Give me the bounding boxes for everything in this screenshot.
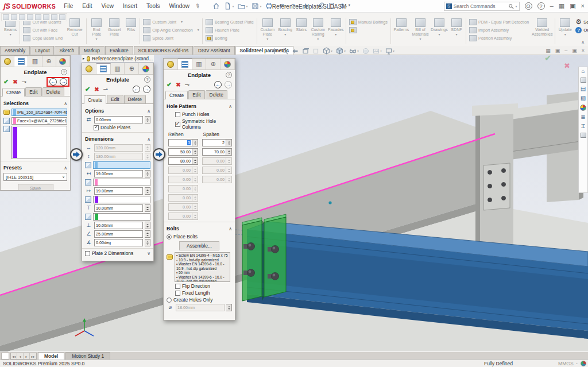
hide-show-items-button[interactable]: ▾ <box>349 47 359 55</box>
view-settings-button[interactable]: ▾ <box>385 48 394 55</box>
offset-top-spinner[interactable] <box>145 204 150 212</box>
open-button[interactable]: ▾ <box>238 2 247 10</box>
update-button[interactable]: Update ▾ <box>556 18 574 45</box>
zoom-to-area-button[interactable] <box>281 48 288 55</box>
column-spacing2-field[interactable]: 0.00 <box>202 157 226 165</box>
view-orientation-button[interactable]: ▾ <box>323 47 332 55</box>
purple-selection-field[interactable] <box>93 196 150 203</box>
view-settings-caret-icon[interactable]: ▾ <box>393 49 394 53</box>
tab-evaluate[interactable]: Evaluate <box>105 46 133 55</box>
bearing-gusset-plate-button[interactable]: Bearing Gusset Plate <box>206 18 254 25</box>
row-spacing5-spinner[interactable] <box>192 185 198 192</box>
last-tab-button[interactable]: ▸▸ <box>30 353 36 359</box>
expand-icon[interactable]: ∨ <box>147 251 150 256</box>
edit-tab[interactable]: Edit <box>188 90 204 99</box>
beams-caret-icon[interactable]: ▾ <box>10 33 11 36</box>
edit-appearance-button[interactable] <box>362 48 369 55</box>
stairs-button[interactable]: Stairs <box>294 18 309 45</box>
collapse-ribbon-icon[interactable]: ∧ <box>581 40 585 45</box>
dimensions-group-header[interactable]: Dimensions∧ <box>82 134 153 143</box>
splice-joint-button[interactable]: Splice Joint <box>143 34 199 41</box>
pane-layout2-icon[interactable]: ▣ <box>555 48 560 53</box>
display-style-button[interactable]: ▾ <box>336 47 346 55</box>
appearances-icon[interactable] <box>580 105 586 111</box>
create-tab[interactable]: Create <box>84 95 106 104</box>
drawings-button[interactable]: Drawings ▾ <box>430 18 448 45</box>
design-library-icon[interactable] <box>581 78 586 83</box>
custom-plate-button[interactable]: Custom Plate ▾ <box>258 18 277 45</box>
cancel-button[interactable]: ✖ <box>94 87 99 92</box>
menu-pin-icon[interactable]: ✎ <box>194 2 202 10</box>
flip-direction-checkbox[interactable] <box>175 284 180 289</box>
plate2-dimensions-checkbox[interactable] <box>85 251 90 256</box>
row-spacing4-spinner[interactable] <box>192 176 198 183</box>
expand-next-panel-button-2[interactable] <box>153 148 165 161</box>
search-commands-box[interactable]: S ▾ <box>444 2 520 11</box>
motion-study-tab[interactable]: Motion Study 1 <box>65 352 110 360</box>
collapse-icon[interactable]: ∧ <box>64 101 67 106</box>
collapse-icon[interactable]: ∧ <box>147 137 150 142</box>
row-spacing7-spinner[interactable] <box>192 203 198 211</box>
fixed-length-checkbox[interactable] <box>175 291 180 296</box>
configurations-tab-icon[interactable]: ▥ <box>111 63 125 74</box>
row-spacing7-field[interactable]: 0.00 <box>168 203 192 211</box>
home-tab-icon[interactable]: ⌂ <box>581 68 585 74</box>
plate-offset-spinner[interactable] <box>145 116 150 123</box>
next-panel-button[interactable]: → <box>225 81 232 88</box>
hole-diameter-field[interactable]: 18.00mm <box>176 304 225 311</box>
save-preset-button[interactable]: Save <box>18 184 53 190</box>
clip-angle-connection-button[interactable]: Clip Angle Connection ▾ <box>143 26 199 33</box>
custom-joint-caret-icon[interactable]: ▾ <box>181 20 183 24</box>
bracing-caret-icon[interactable]: ▾ <box>284 33 286 36</box>
property-manager-tab-icon[interactable] <box>96 63 111 74</box>
create-tab[interactable]: Create <box>2 88 25 96</box>
expand-next-panel-button-1[interactable] <box>70 148 83 161</box>
pink-selection-field[interactable] <box>93 179 150 186</box>
row-spacing6-field[interactable]: 0.00 <box>168 194 192 202</box>
solidsteel-tab-icon[interactable] <box>82 63 96 74</box>
restore-document-button[interactable]: ▣ <box>572 48 577 53</box>
tab-markup[interactable]: Markup <box>79 46 105 55</box>
assemble-button[interactable]: Assemble... <box>179 241 219 250</box>
search-caret-icon[interactable]: ▾ <box>516 4 517 8</box>
collapse-icon[interactable]: ∧ <box>64 165 67 171</box>
row-spacing4-field[interactable]: 0.00 <box>168 176 192 183</box>
status-tag-icon[interactable] <box>581 361 586 366</box>
edge-selection-list[interactable] <box>11 126 67 159</box>
previous-panel-button[interactable]: ← <box>49 78 57 86</box>
macro-icon-1[interactable] <box>3 14 9 20</box>
sdnf-button[interactable]: SDNF ▾ <box>448 18 465 45</box>
welded-assemblies-button[interactable]: Welded Assemblies <box>531 18 554 45</box>
plate-offset-field[interactable]: 0.00mm <box>94 116 143 123</box>
beam-selection-field[interactable]: IPE_160_af124a84-70f4-4b30-a <box>11 109 67 116</box>
column-spacing-spinner[interactable] <box>226 148 232 156</box>
solidsteel-tab-icon[interactable] <box>1 56 14 67</box>
double-plates-checkbox[interactable] <box>94 125 99 130</box>
tab-assembly[interactable]: Assembly <box>0 46 30 55</box>
row-spacing8-field[interactable]: 0.00 <box>168 213 192 220</box>
facades-button[interactable]: Facades ▾ <box>327 18 345 45</box>
minimize-document-button[interactable]: – <box>564 48 567 53</box>
save-caret-icon[interactable]: ▾ <box>260 4 261 8</box>
hole-diameter-spinner[interactable] <box>226 304 232 311</box>
new-document-button[interactable]: ▾ <box>224 2 234 10</box>
bom-caret-icon[interactable]: ▾ <box>419 37 421 41</box>
next-panel-button[interactable]: → <box>143 86 150 93</box>
column-spacing3-field[interactable]: 0.00 <box>202 167 226 174</box>
pin-button[interactable]: ⊸ <box>22 79 26 85</box>
plate-angle-field[interactable]: 0.00deg <box>94 239 143 246</box>
delete-tab[interactable]: Delete <box>124 95 146 103</box>
rows-count-field[interactable]: 3 <box>168 139 192 146</box>
configurations-tab-icon[interactable]: ▥ <box>192 59 207 69</box>
ribs-button[interactable]: Ribs <box>123 18 138 45</box>
edit-tab[interactable]: Edit <box>107 95 123 103</box>
search-icon[interactable] <box>508 3 514 9</box>
pdm-equal-part-detection-button[interactable]: PDM - Equal Part Detection <box>469 18 529 25</box>
face-selection-field[interactable]: Face<1>@WCA_2725f6e1-063 <box>11 117 67 125</box>
menu-edit[interactable]: Edit <box>82 3 92 9</box>
column-spacing-field[interactable]: 70.00 <box>202 148 226 156</box>
corner-radius-field[interactable]: 25.00mm <box>94 230 143 238</box>
online-help-button[interactable]: ?Online Help <box>575 26 588 33</box>
pin-button[interactable]: ⊸ <box>185 82 189 88</box>
delete-tab[interactable]: Delete <box>206 90 227 99</box>
